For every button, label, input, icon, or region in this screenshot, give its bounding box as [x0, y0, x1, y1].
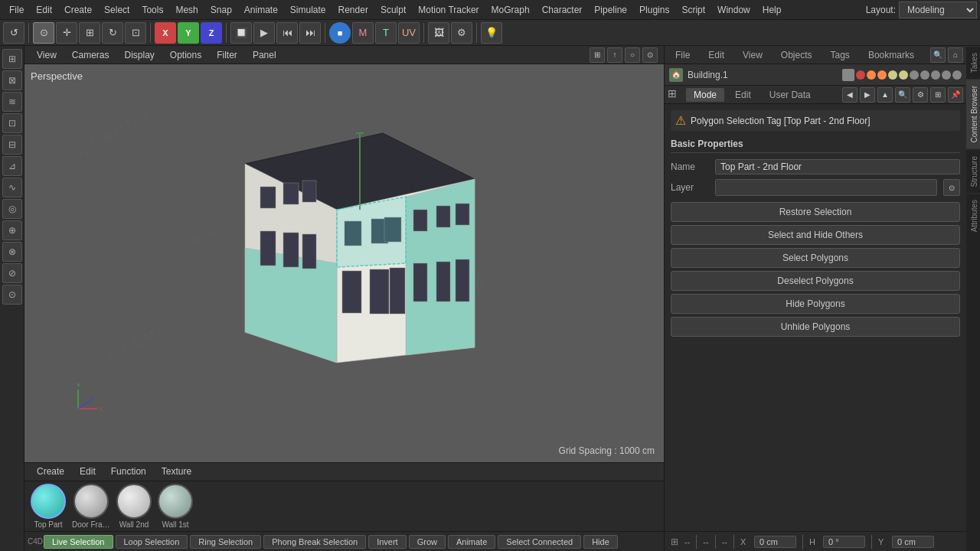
loop-selection-button[interactable]: Loop Selection [116, 535, 188, 549]
layer-pick-icon[interactable]: ⊙ [943, 179, 960, 196]
sidebar-tool-4[interactable]: ⊡ [2, 113, 22, 133]
menu-snap[interactable]: Snap [204, 3, 238, 17]
vp-nav-panel[interactable]: Panel [247, 48, 283, 62]
menu-select[interactable]: Select [98, 3, 136, 17]
vtab-content-browser[interactable]: Content Browser [966, 79, 980, 148]
sidebar-tool-7[interactable]: ∿ [2, 178, 22, 197]
rtab-tags[interactable]: Tags [823, 48, 858, 62]
sidebar-tool-12[interactable]: ⊙ [2, 285, 22, 305]
vp-icon-1[interactable]: ⊞ [590, 47, 605, 63]
undo-button[interactable]: ↺ [3, 22, 24, 44]
object-mode[interactable]: 🔲 [230, 22, 252, 44]
sidebar-tool-8[interactable]: ◎ [2, 199, 22, 219]
rtab-file[interactable]: File [668, 48, 697, 62]
material-btn[interactable]: M [352, 22, 374, 44]
play-next[interactable]: ⏭ [299, 22, 321, 44]
mode-tab-mode[interactable]: Mode [686, 88, 724, 102]
mode-tab-userdata[interactable]: User Data [762, 88, 818, 102]
menu-motion-tracker[interactable]: Motion Tracker [412, 3, 485, 17]
vtab-attributes[interactable]: Attributes [966, 193, 980, 238]
x-value[interactable]: 0 cm [754, 536, 796, 548]
vtab-takes[interactable]: Takes [966, 46, 980, 79]
menu-animate[interactable]: Animate [238, 3, 284, 17]
vp-icon-2[interactable]: ↑ [607, 47, 622, 63]
y-value[interactable]: 0 cm [892, 536, 934, 548]
mode-tab-edit[interactable]: Edit [727, 88, 759, 102]
vp-nav-cameras[interactable]: Cameras [66, 48, 116, 62]
vp-icon-4[interactable]: ⊙ [642, 47, 658, 63]
menu-help[interactable]: Help [756, 3, 788, 17]
name-value[interactable]: Top Part - 2nd Floor [715, 159, 960, 174]
select-connected-button[interactable]: Select Connected [498, 535, 581, 549]
nav-up-icon[interactable]: ▲ [877, 87, 893, 103]
move-tool[interactable]: ✛ [56, 22, 77, 44]
material-item-3[interactable]: Wall 1st [158, 484, 193, 529]
menu-script[interactable]: Script [675, 3, 711, 17]
pin-icon[interactable]: 📌 [948, 87, 963, 103]
invert-button[interactable]: Invert [368, 535, 407, 549]
uv-btn[interactable]: UV [398, 22, 420, 44]
deselect-polygons-button[interactable]: Deselect Polygons [671, 271, 960, 291]
select-polygons-button[interactable]: Select Polygons [671, 248, 960, 268]
vp-nav-display[interactable]: Display [118, 48, 160, 62]
btn-texture[interactable]: Texture [155, 465, 198, 478]
render-btn[interactable]: ⚙ [451, 22, 472, 44]
menu-create[interactable]: Create [58, 3, 98, 17]
select-hide-others-button[interactable]: Select and Hide Others [671, 225, 960, 245]
vtab-structure[interactable]: Structure [966, 149, 980, 194]
material-item-1[interactable]: Door Frame [72, 484, 110, 529]
menu-edit[interactable]: Edit [30, 3, 58, 17]
sidebar-tool-11[interactable]: ⊘ [2, 263, 22, 283]
light-btn[interactable]: 💡 [481, 22, 502, 44]
btn-edit[interactable]: Edit [74, 465, 102, 478]
maximize-icon[interactable]: ⊞ [930, 87, 946, 103]
restore-selection-button[interactable]: Restore Selection [671, 202, 960, 222]
menu-pipeline[interactable]: Pipeline [588, 3, 633, 17]
rtab-edit[interactable]: Edit [701, 48, 732, 62]
menu-plugins[interactable]: Plugins [633, 3, 675, 17]
rtab-bookmarks[interactable]: Bookmarks [861, 48, 922, 62]
rtab-objects[interactable]: Objects [773, 48, 820, 62]
menu-file[interactable]: File [3, 3, 30, 17]
select-tool[interactable]: ⊙ [33, 22, 54, 44]
search-props-icon[interactable]: 🔍 [895, 87, 910, 103]
layer-value[interactable] [715, 179, 937, 196]
material-item-2[interactable]: Wall 2nd [116, 484, 152, 529]
animate-button[interactable]: Animate [448, 535, 495, 549]
settings-icon[interactable]: ⚙ [913, 87, 928, 103]
unhide-polygons-button[interactable]: Unhide Polygons [671, 317, 960, 337]
play-prev[interactable]: ⏮ [276, 22, 298, 44]
menu-mograph[interactable]: MoGraph [485, 3, 536, 17]
menu-character[interactable]: Character [536, 3, 589, 17]
vp-nav-view[interactable]: View [31, 48, 63, 62]
menu-window[interactable]: Window [711, 3, 756, 17]
cube-icon[interactable]: ■ [329, 22, 351, 44]
sidebar-tool-5[interactable]: ⊟ [2, 135, 22, 155]
btn-function[interactable]: Function [105, 465, 152, 478]
live-selection-button[interactable]: Live Selection [44, 535, 113, 549]
play-button[interactable]: ▶ [253, 22, 275, 44]
scale-tool[interactable]: ⊞ [79, 22, 100, 44]
menu-simulate[interactable]: Simulate [284, 3, 332, 17]
sidebar-tool-2[interactable]: ⊠ [2, 70, 22, 90]
search-icon[interactable]: 🔍 [930, 47, 946, 63]
3d-viewport[interactable]: 人人素材社区 www.rrcg.cn 人人素材社区 www.rrcg.cn 人人… [24, 64, 664, 462]
menu-render[interactable]: Render [332, 3, 374, 17]
menu-sculpt[interactable]: Sculpt [374, 3, 412, 17]
nav-next-icon[interactable]: ▶ [860, 87, 875, 103]
vp-icon-3[interactable]: ○ [625, 47, 640, 63]
btn-create[interactable]: Create [31, 465, 70, 478]
phong-break-selection-button[interactable]: Phong Break Selection [263, 535, 366, 549]
hide-button[interactable]: Hide [583, 535, 618, 549]
x-axis-button[interactable]: X [155, 22, 176, 44]
texture-btn[interactable]: T [375, 22, 397, 44]
layout-dropdown[interactable]: Modeling Sculpting Animation [899, 2, 977, 18]
vp-nav-filter[interactable]: Filter [211, 48, 243, 62]
ring-selection-button[interactable]: Ring Selection [190, 535, 261, 549]
grow-button[interactable]: Grow [409, 535, 446, 549]
material-tag-icon[interactable] [842, 69, 854, 81]
render-view[interactable]: 🖼 [428, 22, 449, 44]
sidebar-tool-6[interactable]: ⊿ [2, 156, 22, 176]
rtab-view[interactable]: View [735, 48, 770, 62]
menu-mesh[interactable]: Mesh [169, 3, 204, 17]
